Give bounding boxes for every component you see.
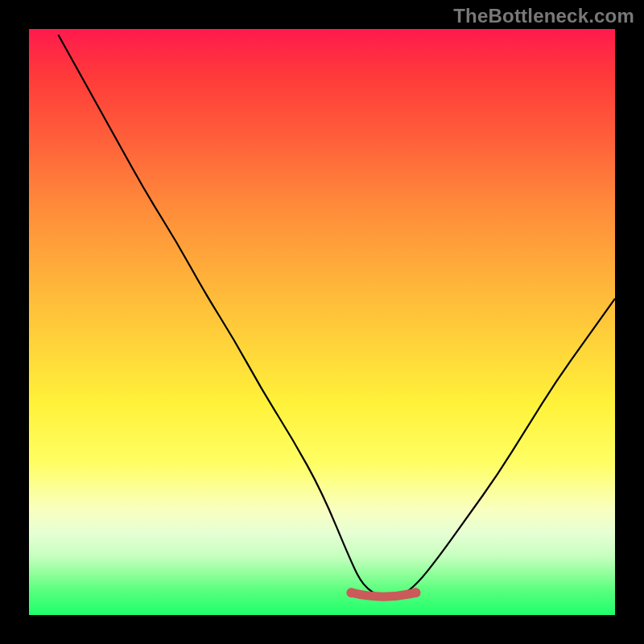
watermark-text: TheBottleneck.com xyxy=(453,5,634,27)
chart-container: TheBottleneck.com xyxy=(0,0,644,644)
valley-highlight xyxy=(351,592,415,597)
valley-dot-left xyxy=(346,588,356,597)
chart-svg xyxy=(29,29,615,615)
v-curve xyxy=(58,35,615,597)
valley-dot-right xyxy=(411,588,420,597)
